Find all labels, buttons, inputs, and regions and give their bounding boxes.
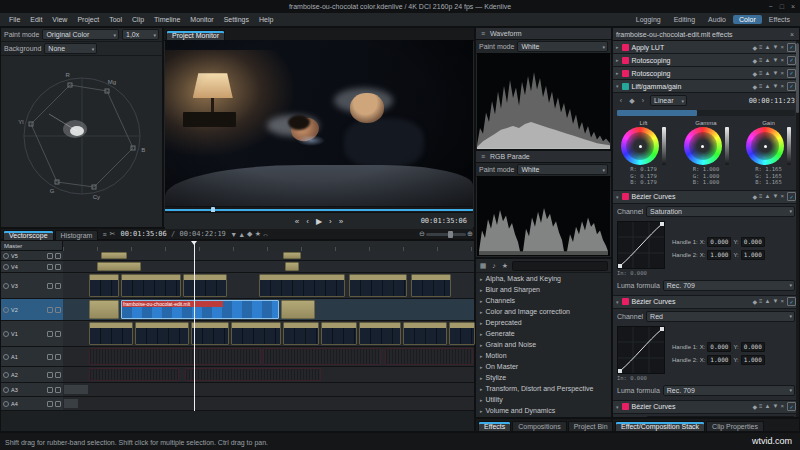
timeline-clip[interactable]: [89, 322, 133, 345]
vectorscope-zoom[interactable]: 1,0x▾: [122, 29, 159, 40]
keyframe-icon[interactable]: ◆: [752, 298, 757, 305]
keyframe-icon[interactable]: ◆: [752, 44, 757, 51]
timeline-clip[interactable]: [283, 322, 319, 345]
effect-category[interactable]: ▸Channels: [476, 295, 611, 306]
keyframe-icon[interactable]: ◆: [246, 230, 254, 239]
keyframe-icon[interactable]: ◆: [752, 193, 757, 200]
menu-settings[interactable]: Settings: [219, 16, 254, 23]
track-target-icon[interactable]: [3, 354, 9, 360]
mix-icon[interactable]: ⇔: [262, 230, 270, 239]
video-frame[interactable]: [165, 40, 473, 206]
handle-x-value[interactable]: 1.000: [707, 355, 731, 365]
track-lock-icon[interactable]: [55, 264, 61, 270]
track-target-icon[interactable]: [3, 307, 9, 313]
keyframe-icon[interactable]: ◆: [752, 403, 757, 410]
track-header-v5[interactable]: V5: [1, 251, 63, 261]
zoom-in-icon[interactable]: ⊕: [466, 230, 474, 239]
luma-formula-select[interactable]: Rec. 709▾: [663, 385, 795, 396]
effect-category[interactable]: ▸Blur and Sharpen: [476, 284, 611, 295]
effect-category[interactable]: ▸Utility: [476, 394, 611, 405]
track-v4[interactable]: [63, 261, 474, 273]
tab-effect-composition-stack[interactable]: Effect/Composition Stack: [615, 421, 705, 431]
timeline-clip[interactable]: [231, 322, 281, 345]
delete-icon[interactable]: ×: [780, 83, 784, 90]
track-mute-icon[interactable]: [47, 387, 53, 393]
timeline-clip[interactable]: [185, 368, 321, 381]
channel-select[interactable]: Red▾: [646, 311, 795, 322]
track-header-v4[interactable]: V4: [1, 261, 63, 273]
favorites-star-icon[interactable]: ★: [501, 261, 509, 270]
effect-category[interactable]: ▸Deprecated: [476, 317, 611, 328]
skip-end-button[interactable]: »: [339, 217, 343, 226]
effect-enable-checkbox[interactable]: ✓: [787, 43, 796, 52]
effect-category[interactable]: ▸Stylize: [476, 372, 611, 383]
effect-enable-checkbox[interactable]: ✓: [787, 82, 796, 91]
effect-enable-checkbox[interactable]: ✓: [787, 56, 796, 65]
timeline-clip[interactable]: [97, 262, 141, 271]
move-down-icon[interactable]: ▼: [773, 44, 779, 51]
effects-search-input[interactable]: [512, 261, 608, 271]
collapse-icon[interactable]: ▾: [616, 299, 619, 305]
presets-icon[interactable]: ≡: [759, 83, 763, 90]
handle-x-value[interactable]: 0.000: [707, 342, 731, 352]
menu-tool[interactable]: Tool: [104, 16, 127, 23]
frame-back-button[interactable]: ‹: [306, 217, 309, 226]
panel-menu-icon[interactable]: ≡: [479, 29, 487, 38]
track-target-icon[interactable]: [3, 372, 9, 378]
tab-vectorscope[interactable]: Vectorscope: [3, 230, 54, 240]
delete-icon[interactable]: ×: [780, 44, 784, 51]
move-down-icon[interactable]: ▼: [773, 70, 779, 77]
collapse-icon[interactable]: ▾: [616, 194, 619, 200]
timeline-clip[interactable]: [63, 384, 89, 395]
handle-x-value[interactable]: 1.000: [707, 250, 731, 260]
timeline-playhead[interactable]: [194, 241, 195, 411]
workspace-editing[interactable]: Editing: [668, 15, 701, 24]
track-target-icon[interactable]: [3, 387, 9, 393]
color-wheel[interactable]: [746, 127, 784, 165]
handle-y-value[interactable]: 0.000: [741, 342, 765, 352]
next-keyframe-icon[interactable]: ›: [639, 96, 647, 105]
lift-zone-icon[interactable]: ▲: [238, 230, 246, 239]
timeline-timecode[interactable]: 00:01:35:06 / 00:04:22:19: [120, 230, 225, 238]
wheel-slider[interactable]: [662, 127, 666, 165]
handle-y-value[interactable]: 1.000: [741, 355, 765, 365]
move-up-icon[interactable]: ▲: [765, 403, 771, 410]
collapse-icon[interactable]: ▾: [616, 83, 619, 89]
effect-header[interactable]: ▾Bézier Curves◆≡▲▼×✓: [613, 296, 799, 309]
color-wheel[interactable]: [621, 127, 659, 165]
menu-timeline[interactable]: Timeline: [149, 16, 185, 23]
timeline-clip[interactable]: [359, 322, 401, 345]
luma-formula-select[interactable]: Rec. 709▾: [663, 280, 795, 291]
timeline-clip[interactable]: [449, 322, 475, 345]
move-up-icon[interactable]: ▲: [765, 298, 771, 305]
timeline-clip[interactable]: [89, 348, 261, 365]
effect-category[interactable]: ▸Grain and Noise: [476, 339, 611, 350]
track-target-icon[interactable]: [3, 331, 9, 337]
delete-icon[interactable]: ×: [780, 298, 784, 305]
zoom-out-icon[interactable]: ⊖: [418, 230, 426, 239]
move-up-icon[interactable]: ▲: [765, 83, 771, 90]
keyframe-ruler[interactable]: [617, 110, 795, 116]
effect-category[interactable]: ▸Color and Image correction: [476, 306, 611, 317]
timeline-clip[interactable]: [121, 274, 181, 297]
workspace-color[interactable]: Color: [733, 15, 762, 24]
track-a4[interactable]: [63, 397, 474, 411]
track-lock-icon[interactable]: [55, 283, 61, 289]
wheel-slider[interactable]: [725, 127, 729, 165]
wheel-slider[interactable]: [787, 127, 791, 165]
timeline-clip[interactable]: [403, 322, 447, 345]
keyframe-icon[interactable]: ◆: [752, 83, 757, 90]
insert-zone-icon[interactable]: ▼: [230, 230, 238, 239]
timeline-clip[interactable]: framboise-ou-chocolat-edit.mlt: [121, 300, 279, 319]
interpolation-select[interactable]: Linear▾: [650, 95, 687, 106]
timeline-clip[interactable]: [281, 300, 315, 319]
effect-category[interactable]: ▸Motion: [476, 350, 611, 361]
paint-mode-select[interactable]: Original Color▾: [42, 29, 119, 40]
tab-compositions[interactable]: Compositions: [512, 421, 566, 431]
move-up-icon[interactable]: ▲: [765, 57, 771, 64]
track-mute-icon[interactable]: [47, 283, 53, 289]
panel-menu-icon[interactable]: ≡: [479, 152, 487, 161]
track-mute-icon[interactable]: [47, 401, 53, 407]
track-mute-icon[interactable]: [47, 307, 53, 313]
keyframe-timecode[interactable]: 00:00:11:23: [749, 97, 795, 105]
